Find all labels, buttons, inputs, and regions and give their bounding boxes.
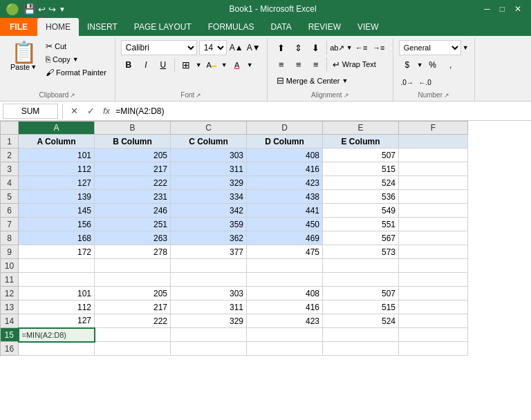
fill-color-button[interactable]: A▬ (204, 57, 219, 73)
table-cell[interactable] (399, 273, 468, 287)
table-cell[interactable] (171, 259, 247, 273)
table-cell[interactable]: 475 (247, 245, 323, 259)
col-header-f[interactable]: F (399, 122, 468, 135)
close-icon[interactable]: ✕ (510, 4, 525, 14)
tab-data[interactable]: DATA (262, 18, 299, 36)
tab-insert[interactable]: INSERT (79, 18, 126, 36)
table-cell[interactable]: 438 (247, 190, 323, 204)
borders-button[interactable]: ⊞ (178, 57, 194, 73)
table-cell[interactable] (247, 328, 323, 342)
table-cell[interactable]: 524 (323, 314, 399, 328)
row-header-4[interactable]: 4 (1, 176, 19, 190)
table-cell[interactable]: D Column (247, 135, 323, 149)
increase-indent-button[interactable]: →≡ (371, 40, 387, 55)
accounting-format-button[interactable]: $ (399, 57, 416, 73)
table-cell[interactable]: 112 (19, 162, 95, 176)
table-cell[interactable] (399, 176, 468, 190)
paste-button[interactable]: 📋 Paste ▼ (6, 40, 41, 73)
table-cell[interactable] (95, 328, 171, 342)
row-header-9[interactable]: 9 (1, 245, 19, 259)
increase-font-button[interactable]: A▲ (229, 40, 244, 55)
table-cell[interactable] (399, 245, 468, 259)
angle-dropdown-icon[interactable]: ▼ (346, 44, 353, 51)
row-header-11[interactable]: 11 (1, 273, 19, 287)
table-cell[interactable]: 156 (19, 218, 95, 231)
number-format-dropdown-icon[interactable]: ▼ (463, 44, 469, 51)
table-cell[interactable]: 515 (323, 300, 399, 314)
font-dialog-icon[interactable]: ↗ (196, 92, 201, 99)
redo-icon[interactable]: ↪ (48, 4, 56, 15)
table-cell[interactable]: 205 (95, 287, 171, 300)
tab-formulas[interactable]: FORMULAS (200, 18, 263, 36)
table-cell[interactable]: 359 (171, 218, 247, 231)
table-cell[interactable]: 251 (95, 218, 171, 231)
table-cell[interactable]: 408 (247, 287, 323, 300)
table-cell[interactable] (95, 342, 171, 356)
row-header-2[interactable]: 2 (1, 149, 19, 162)
table-cell[interactable] (399, 287, 468, 300)
table-cell[interactable]: 423 (247, 314, 323, 328)
angle-text-button[interactable]: ab↗ (329, 40, 346, 55)
borders-dropdown-icon[interactable]: ▼ (196, 61, 202, 68)
row-header-5[interactable]: 5 (1, 190, 19, 204)
spreadsheet[interactable]: A B C D E F 1A ColumnB ColumnC ColumnD C… (0, 121, 531, 420)
table-cell[interactable] (95, 273, 171, 287)
copy-button[interactable]: ⎘ Copy ▼ (43, 53, 109, 66)
table-cell[interactable]: 112 (19, 300, 95, 314)
row-header-6[interactable]: 6 (1, 204, 19, 218)
confirm-formula-button[interactable]: ✓ (84, 104, 97, 118)
table-cell[interactable]: 168 (19, 231, 95, 245)
tab-file[interactable]: FILE (0, 18, 37, 36)
table-cell[interactable] (19, 273, 95, 287)
align-right-button[interactable]: ≡ (308, 57, 324, 72)
underline-button[interactable]: U (156, 57, 171, 73)
tab-page-layout[interactable]: PAGE LAYOUT (126, 18, 200, 36)
top-align-button[interactable]: ⬆ (273, 40, 290, 55)
save-icon[interactable]: 💾 (24, 3, 35, 15)
table-cell[interactable]: 416 (247, 300, 323, 314)
number-dialog-icon[interactable]: ↗ (444, 92, 449, 99)
font-color-button[interactable]: A (230, 57, 245, 73)
fill-dropdown-icon[interactable]: ▼ (221, 61, 227, 68)
table-cell[interactable]: A Column (19, 135, 95, 149)
font-name-select[interactable]: Calibri (121, 40, 197, 55)
col-header-b[interactable]: B (95, 122, 171, 135)
middle-align-button[interactable]: ⇕ (290, 40, 307, 55)
table-cell[interactable]: 172 (19, 245, 95, 259)
table-cell[interactable] (399, 135, 468, 149)
format-painter-button[interactable]: 🖌 Format Painter (43, 66, 109, 79)
table-cell[interactable]: 507 (323, 149, 399, 162)
name-box[interactable] (3, 104, 58, 119)
table-cell[interactable]: E Column (323, 135, 399, 149)
table-cell[interactable] (399, 162, 468, 176)
col-header-c[interactable]: C (171, 122, 247, 135)
merge-dropdown-icon[interactable]: ▼ (342, 77, 348, 84)
tab-review[interactable]: REVIEW (300, 18, 349, 36)
maximize-icon[interactable]: □ (496, 4, 509, 14)
row-header-14[interactable]: 14 (1, 314, 19, 328)
table-cell[interactable]: 311 (171, 300, 247, 314)
table-cell[interactable] (399, 204, 468, 218)
table-cell[interactable] (171, 342, 247, 356)
table-cell[interactable]: 507 (323, 287, 399, 300)
font-color-dropdown-icon[interactable]: ▼ (247, 61, 253, 68)
decrease-decimal-button[interactable]: ←.0 (417, 75, 434, 90)
table-cell[interactable]: 231 (95, 190, 171, 204)
col-header-e[interactable]: E (323, 122, 399, 135)
table-cell[interactable] (19, 259, 95, 273)
table-cell[interactable]: 222 (95, 176, 171, 190)
row-header-15[interactable]: 15 (1, 328, 19, 342)
table-cell[interactable] (171, 273, 247, 287)
table-cell[interactable]: 416 (247, 162, 323, 176)
table-cell[interactable] (95, 259, 171, 273)
table-cell[interactable] (399, 218, 468, 231)
cut-button[interactable]: ✂ Cut (43, 40, 109, 52)
wrap-text-button[interactable]: ↵ Wrap Text (329, 57, 380, 72)
table-cell[interactable]: 524 (323, 176, 399, 190)
table-cell[interactable]: 311 (171, 162, 247, 176)
col-header-a[interactable]: A (19, 122, 95, 135)
table-cell[interactable]: 573 (323, 245, 399, 259)
table-cell[interactable]: 551 (323, 218, 399, 231)
table-cell[interactable]: 329 (171, 176, 247, 190)
table-cell[interactable] (171, 328, 247, 342)
